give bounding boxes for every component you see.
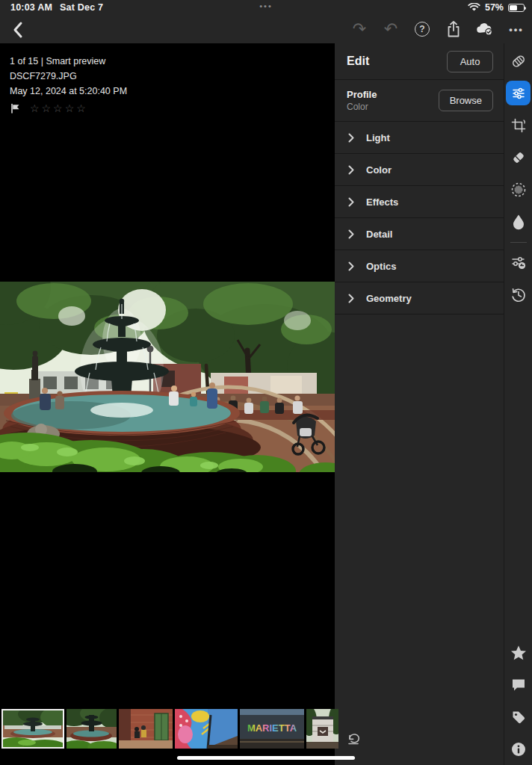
tool-crop[interactable]: [504, 109, 532, 141]
profile-row: Profile Color Browse: [335, 80, 504, 122]
cloud-synced-icon: [475, 21, 495, 37]
history-clock-icon: [510, 286, 528, 304]
browse-button[interactable]: Browse: [439, 90, 493, 111]
status-indicators: 57%: [468, 2, 525, 13]
chevron-right-icon: [348, 133, 354, 143]
star-icon: [510, 644, 528, 661]
tool-masking[interactable]: [504, 173, 532, 205]
wifi-icon: [468, 3, 480, 12]
info-icon: [510, 741, 527, 758]
help-button[interactable]: ?: [412, 19, 432, 39]
back-button[interactable]: [7, 19, 28, 40]
chevron-right-icon: [348, 229, 354, 239]
comment-icon: [510, 677, 527, 693]
edit-active-chip: [506, 81, 531, 105]
battery-percent: 57%: [485, 2, 504, 13]
tool-presets[interactable]: [504, 45, 532, 77]
photo-index: 1 of 15 | Smart preview: [10, 54, 127, 69]
section-optics[interactable]: Optics: [335, 250, 504, 282]
section-effects[interactable]: Effects: [335, 186, 504, 218]
fountain-photo: [0, 282, 335, 472]
masking-icon: [510, 181, 528, 199]
chevron-right-icon: [348, 261, 354, 271]
profile-value: Color: [347, 101, 377, 113]
help-icon: ?: [415, 22, 430, 37]
crop-icon: [510, 117, 527, 134]
section-geometry[interactable]: Geometry: [335, 282, 504, 315]
edit-panel: Edit Auto Profile Color Browse Light Col…: [335, 43, 504, 765]
droplet-icon: [511, 213, 526, 231]
tool-versions[interactable]: [504, 279, 532, 311]
thumbnail-brick-alley[interactable]: [119, 709, 173, 749]
tool-comments[interactable]: [504, 669, 532, 701]
more-icon: •••: [509, 24, 524, 35]
photo-capture-date: May 12, 2024 at 5:20:40 PM: [10, 84, 127, 99]
filmstrip: MARIETTA: [1, 709, 338, 749]
photo-view[interactable]: [0, 282, 335, 472]
chevron-right-icon: [348, 197, 354, 207]
tool-rate-review[interactable]: [504, 637, 532, 669]
tool-info[interactable]: [504, 733, 532, 765]
chevron-left-icon: [12, 21, 24, 39]
tool-paste-edits[interactable]: [504, 247, 532, 279]
reset-icon: [347, 732, 362, 745]
thumbnail-fountain-wide[interactable]: [1, 709, 64, 749]
paste-settings-icon: [510, 254, 528, 272]
top-bar: 10:03 AMSat Dec 7 ••• 57% ↷ ↶: [0, 0, 532, 43]
chevron-right-icon: [348, 165, 354, 175]
tool-healing[interactable]: [504, 141, 532, 173]
toolbar: ↷ ↶ ? •••: [0, 15, 532, 43]
photo-filename: DSCF7279.JPG: [10, 69, 127, 84]
tool-sidebar: [504, 43, 532, 765]
status-bar: 10:03 AMSat Dec 7 ••• 57%: [0, 0, 532, 15]
more-menu-button[interactable]: •••: [507, 19, 526, 39]
edit-panel-header: Edit Auto: [335, 43, 504, 80]
battery-icon: [508, 4, 525, 12]
photo-info-overlay: 1 of 15 | Smart preview DSCF7279.JPG May…: [10, 54, 127, 114]
rating-row: ☆☆☆☆☆: [10, 102, 127, 114]
profile-label: Profile: [347, 88, 377, 101]
section-light[interactable]: Light: [335, 122, 504, 154]
home-indicator[interactable]: [177, 756, 355, 760]
tool-keywords[interactable]: [504, 701, 532, 733]
chevron-right-icon: [348, 294, 354, 303]
thumbnail-marietta-train[interactable]: MARIETTA: [240, 709, 304, 749]
healing-brush-icon: [510, 149, 527, 166]
lightroom-app: 10:03 AMSat Dec 7 ••• 57% ↷ ↶: [0, 0, 532, 765]
share-icon: [445, 20, 462, 38]
pick-flag-icon[interactable]: [10, 103, 21, 114]
multitask-dots-icon[interactable]: •••: [0, 1, 532, 10]
panel-title: Edit: [347, 55, 369, 68]
toolbar-actions: ↷ ↶ ? •••: [350, 18, 526, 40]
star-rating[interactable]: ☆☆☆☆☆: [30, 101, 88, 116]
share-button[interactable]: [444, 19, 463, 39]
thumbnail-fountain-close[interactable]: [66, 709, 117, 749]
redo-icon: ↷: [353, 21, 366, 37]
edit-sliders-icon: [511, 86, 526, 101]
presets-icon: [510, 52, 528, 70]
tool-edit[interactable]: [504, 77, 532, 109]
auto-button[interactable]: Auto: [447, 51, 493, 72]
undo-icon: ↶: [384, 21, 398, 37]
sidebar-divider: [510, 242, 527, 243]
thumbnail-mural[interactable]: [175, 709, 238, 749]
tag-icon: [510, 709, 527, 725]
reset-edits-button[interactable]: [345, 731, 363, 746]
redo-button[interactable]: ↷: [350, 19, 369, 39]
cloud-sync-button[interactable]: [475, 19, 495, 39]
tool-lens-blur[interactable]: [504, 205, 532, 238]
section-color[interactable]: Color: [335, 154, 504, 186]
svg-text:MARIETTA: MARIETTA: [247, 722, 297, 734]
undo-button[interactable]: ↶: [381, 19, 400, 39]
thumbnail-depot-building[interactable]: [306, 709, 338, 749]
section-detail[interactable]: Detail: [335, 218, 504, 250]
